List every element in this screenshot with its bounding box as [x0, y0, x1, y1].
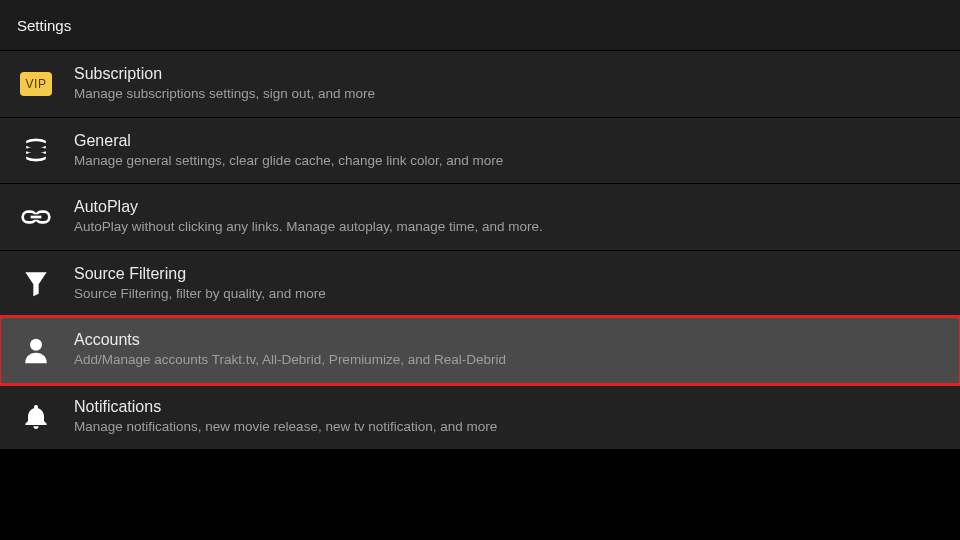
item-subtitle: Add/Manage accounts Trakt.tv, All-Debrid…	[74, 351, 506, 369]
item-subtitle: Source Filtering, filter by quality, and…	[74, 285, 326, 303]
item-title: AutoPlay	[74, 198, 543, 216]
settings-item-autoplay[interactable]: AutoPlay AutoPlay without clicking any l…	[0, 184, 960, 251]
item-subtitle: Manage notifications, new movie release,…	[74, 418, 497, 436]
settings-item-notifications[interactable]: Notifications Manage notifications, new …	[0, 384, 960, 451]
link-icon	[18, 199, 54, 235]
item-subtitle: AutoPlay without clicking any links. Man…	[74, 218, 543, 236]
stack-icon	[18, 132, 54, 168]
page-title: Settings	[17, 17, 71, 34]
svg-point-18	[30, 339, 42, 351]
bell-icon	[18, 399, 54, 435]
person-icon	[18, 332, 54, 368]
item-title: Accounts	[74, 331, 506, 349]
item-title: Source Filtering	[74, 265, 326, 283]
item-subtitle: Manage subscriptions settings, sign out,…	[74, 85, 375, 103]
settings-list: VIP Subscription Manage subscriptions se…	[0, 50, 960, 450]
funnel-icon	[18, 265, 54, 301]
svg-point-13	[26, 152, 46, 159]
settings-item-source-filtering[interactable]: Source Filtering Source Filtering, filte…	[0, 251, 960, 318]
item-title: Notifications	[74, 398, 497, 416]
item-subtitle: Manage general settings, clear glide cac…	[74, 152, 503, 170]
item-title: General	[74, 132, 503, 150]
settings-header: Settings	[0, 0, 960, 50]
settings-item-subscription[interactable]: VIP Subscription Manage subscriptions se…	[0, 50, 960, 118]
vip-icon: VIP	[18, 66, 54, 102]
settings-item-general[interactable]: General Manage general settings, clear g…	[0, 118, 960, 185]
item-title: Subscription	[74, 65, 375, 83]
settings-item-accounts[interactable]: Accounts Add/Manage accounts Trakt.tv, A…	[0, 317, 960, 384]
